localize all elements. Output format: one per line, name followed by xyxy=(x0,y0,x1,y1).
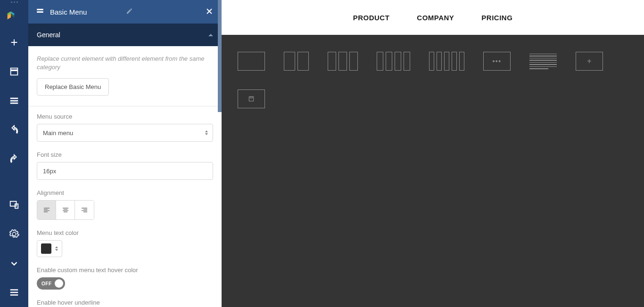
nav-link-company[interactable]: COMPANY xyxy=(417,14,454,22)
panel-title: Basic Menu xyxy=(50,8,122,16)
rail-responsive[interactable] xyxy=(0,190,28,219)
hover-underline-label: Enable hover underline xyxy=(37,299,213,306)
align-right-button[interactable] xyxy=(75,201,94,219)
layout-preset-2col[interactable] xyxy=(284,52,309,71)
font-size-label: Font size xyxy=(37,151,213,158)
preview-area: PRODUCT COMPANY PRICING ••• + xyxy=(222,0,644,307)
panel-body: Replace current element with different e… xyxy=(28,46,222,307)
alignment-label: Alignment xyxy=(37,189,213,196)
close-panel-icon[interactable] xyxy=(205,7,214,17)
chevron-up-icon xyxy=(208,34,213,36)
align-center-button[interactable] xyxy=(56,201,75,219)
align-left-button[interactable] xyxy=(37,201,56,219)
rail-redo[interactable] xyxy=(0,145,28,174)
menu-source-select[interactable]: Main menu xyxy=(37,124,213,142)
menu-text-color-label: Menu text color xyxy=(37,229,213,236)
select-arrows-icon xyxy=(205,130,208,135)
alignment-group xyxy=(37,200,94,220)
svg-rect-2 xyxy=(37,8,43,10)
rail-publish[interactable] xyxy=(0,249,28,278)
plus-icon: + xyxy=(587,57,591,65)
menu-text-color-picker[interactable] xyxy=(37,240,62,257)
svg-rect-3 xyxy=(37,11,43,13)
menu-source-value: Main menu xyxy=(43,129,73,137)
nav-link-pricing[interactable]: PRICING xyxy=(481,14,512,22)
menu-source-label: Menu source xyxy=(37,113,213,120)
replace-button[interactable]: Replace Basic Menu xyxy=(37,78,109,96)
rail-menu[interactable] xyxy=(0,278,28,307)
panel-header: Basic Menu xyxy=(28,0,222,24)
layout-preset-custom[interactable]: ••• xyxy=(483,52,511,71)
layout-preset-template[interactable] xyxy=(238,89,265,108)
toggle-label: OFF xyxy=(41,281,52,286)
preview-nav: PRODUCT COMPANY PRICING xyxy=(222,0,644,35)
svg-rect-5 xyxy=(250,97,253,98)
rail-tree[interactable] xyxy=(0,86,28,115)
add-row-button[interactable]: + xyxy=(576,52,603,71)
settings-panel: Basic Menu General Replace current eleme… xyxy=(28,0,222,307)
panel-scrollbar[interactable] xyxy=(218,0,222,112)
sidebar-rail xyxy=(0,0,28,307)
accordion-title: General xyxy=(37,31,60,39)
accordion-general[interactable]: General xyxy=(28,24,222,46)
app-logo xyxy=(6,11,23,28)
replace-description: Replace current element with different e… xyxy=(37,55,213,72)
nav-link-product[interactable]: PRODUCT xyxy=(353,14,390,22)
layout-preset-5col[interactable] xyxy=(429,52,464,71)
select-arrows-icon xyxy=(55,246,58,251)
dots-icon: ••• xyxy=(492,57,501,65)
layout-preset-1col[interactable] xyxy=(238,52,265,71)
rail-template[interactable] xyxy=(0,57,28,86)
font-size-input[interactable] xyxy=(37,162,213,180)
menu-element-icon xyxy=(36,7,44,17)
color-swatch xyxy=(41,243,51,254)
layout-preset-3col[interactable] xyxy=(328,52,358,71)
edit-title-icon[interactable] xyxy=(126,8,133,16)
layout-preset-4col[interactable] xyxy=(377,52,410,71)
rail-undo[interactable] xyxy=(0,115,28,145)
hover-color-toggle[interactable]: OFF xyxy=(37,277,65,290)
hover-color-label: Enable custom menu text hover color xyxy=(37,267,213,274)
toggle-knob-icon xyxy=(55,279,63,288)
rail-add[interactable] xyxy=(0,28,28,57)
preview-canvas[interactable]: ••• + xyxy=(222,35,644,307)
svg-rect-4 xyxy=(249,97,253,101)
rail-handle-icon xyxy=(11,1,18,6)
rail-settings[interactable] xyxy=(0,219,28,249)
layout-preset-text[interactable] xyxy=(529,52,557,71)
